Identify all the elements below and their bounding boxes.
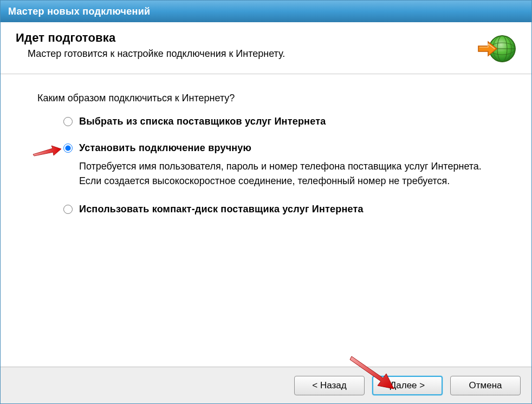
option-cd-label: Использовать компакт-диск поставщика усл… <box>79 204 364 215</box>
question-text: Каким образом подключиться к Интернету? <box>37 93 499 104</box>
radio-isp-list[interactable] <box>63 117 73 126</box>
option-isp-list: Выбрать из списка поставщиков услуг Инте… <box>63 116 499 127</box>
header-text: Идет подготовка Мастер готовится к настр… <box>16 31 471 60</box>
option-manual-label: Установить подключение вручную <box>79 142 251 154</box>
back-button[interactable]: < Назад <box>294 376 365 395</box>
option-isp-list-label: Выбрать из списка поставщиков услуг Инте… <box>79 116 326 127</box>
red-pointer-arrow-icon <box>32 145 61 159</box>
radio-manual[interactable] <box>63 144 73 153</box>
header-subtitle: Мастер готовится к настройке подключения… <box>16 48 471 60</box>
titlebar: Мастер новых подключений <box>1 1 531 22</box>
wizard-window: Мастер новых подключений Идет подготовка… <box>0 0 532 404</box>
wizard-body: Каким образом подключиться к Интернету? … <box>1 74 531 367</box>
option-isp-list-row[interactable]: Выбрать из списка поставщиков услуг Инте… <box>63 116 499 127</box>
next-button[interactable]: Далее > <box>372 376 443 395</box>
option-cd-row[interactable]: Использовать компакт-диск поставщика усл… <box>63 204 499 215</box>
globe-arrow-icon <box>477 33 516 66</box>
button-bar: < Назад Далее > Отмена <box>1 367 531 403</box>
option-manual: Установить подключение вручную Потребует… <box>63 142 499 188</box>
header-title: Идет подготовка <box>16 31 471 45</box>
option-group: Выбрать из списка поставщиков услуг Инте… <box>37 116 499 215</box>
window-title: Мастер новых подключений <box>8 6 150 17</box>
radio-cd[interactable] <box>63 205 73 214</box>
cancel-button[interactable]: Отмена <box>450 376 521 395</box>
option-manual-desc: Потребуется имя пользователя, пароль и н… <box>79 159 499 188</box>
option-cd: Использовать компакт-диск поставщика усл… <box>63 204 499 215</box>
option-manual-row[interactable]: Установить подключение вручную <box>63 142 499 154</box>
wizard-header: Идет подготовка Мастер готовится к настр… <box>1 22 531 74</box>
